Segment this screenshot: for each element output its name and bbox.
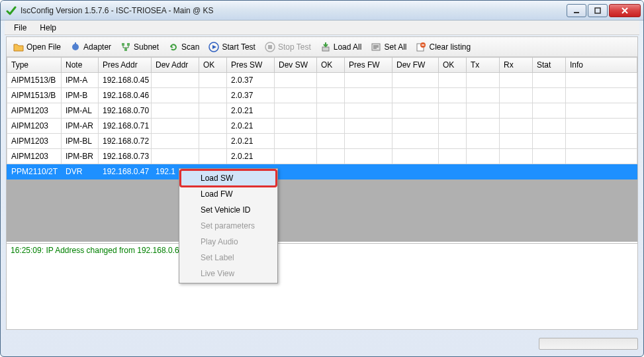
- table-row[interactable]: AIPM1513/BIPM-A192.168.0.452.0.37: [7, 73, 637, 88]
- col-note[interactable]: Note: [62, 58, 99, 73]
- cell-type[interactable]: AIPM1203: [7, 134, 62, 149]
- table-row[interactable]: AIPM1513/BIPM-B192.168.0.462.0.37: [7, 88, 637, 103]
- subnet-button[interactable]: Subnet: [116, 40, 163, 54]
- cell-dev_fw[interactable]: [392, 149, 439, 164]
- cell-tx[interactable]: [467, 119, 500, 134]
- col-pres-sw[interactable]: Pres SW: [227, 58, 275, 73]
- cell-note[interactable]: DVR: [62, 164, 99, 179]
- cell-rx[interactable]: [500, 149, 533, 164]
- ctx-load-fw[interactable]: Load FW: [181, 186, 276, 202]
- cell-ok2[interactable]: [317, 134, 345, 149]
- cell-info[interactable]: [566, 164, 637, 179]
- cell-ok2[interactable]: [317, 73, 345, 88]
- cell-pres_addr[interactable]: 192.168.0.73: [99, 149, 152, 164]
- cell-stat[interactable]: [533, 88, 566, 103]
- cell-type[interactable]: AIPM1513/B: [7, 73, 62, 88]
- cell-pres_sw[interactable]: 2.0.21: [227, 103, 275, 119]
- cell-pres_addr[interactable]: 192.168.0.72: [99, 134, 152, 149]
- col-pres-fw[interactable]: Pres FW: [345, 58, 392, 73]
- cell-pres_sw[interactable]: 2.0.21: [227, 149, 275, 164]
- cell-pres_fw[interactable]: [345, 164, 392, 179]
- cell-pres_fw[interactable]: [345, 149, 392, 164]
- cell-pres_fw[interactable]: [345, 134, 392, 149]
- cell-pres_sw[interactable]: 2.0.21: [227, 134, 275, 149]
- ctx-set-vehicle-id[interactable]: Set Vehicle ID: [181, 202, 276, 218]
- cell-pres_addr[interactable]: 192.168.0.71: [99, 119, 152, 134]
- col-tx[interactable]: Tx: [467, 58, 500, 73]
- stop-test-button[interactable]: Stop Test: [261, 40, 315, 54]
- cell-ok3[interactable]: [439, 73, 467, 88]
- cell-tx[interactable]: [467, 164, 500, 179]
- cell-dev_fw[interactable]: [392, 134, 439, 149]
- cell-ok1[interactable]: [199, 119, 227, 134]
- col-ok3[interactable]: OK: [439, 58, 467, 73]
- cell-dev_sw[interactable]: [275, 134, 317, 149]
- cell-pres_sw[interactable]: 2.0.37: [227, 73, 275, 88]
- cell-type[interactable]: AIPM1203: [7, 149, 62, 164]
- cell-pres_fw[interactable]: [345, 73, 392, 88]
- cell-ok2[interactable]: [317, 164, 345, 179]
- cell-dev_fw[interactable]: [392, 73, 439, 88]
- close-button[interactable]: [609, 4, 641, 17]
- cell-dev_fw[interactable]: [392, 119, 439, 134]
- cell-note[interactable]: IPM-BR: [62, 149, 99, 164]
- cell-ok2[interactable]: [317, 103, 345, 119]
- cell-ok1[interactable]: [199, 73, 227, 88]
- cell-dev_sw[interactable]: [275, 164, 317, 179]
- cell-type[interactable]: AIPM1513/B: [7, 88, 62, 103]
- cell-tx[interactable]: [467, 88, 500, 103]
- cell-info[interactable]: [566, 149, 637, 164]
- cell-ok3[interactable]: [439, 149, 467, 164]
- cell-dev_sw[interactable]: [275, 103, 317, 119]
- adapter-button[interactable]: Adapter: [66, 40, 115, 54]
- cell-ok2[interactable]: [317, 119, 345, 134]
- cell-pres_fw[interactable]: [345, 103, 392, 119]
- col-ok1[interactable]: OK: [199, 58, 227, 73]
- cell-pres_fw[interactable]: [345, 119, 392, 134]
- cell-dev_addr[interactable]: [152, 149, 199, 164]
- cell-info[interactable]: [566, 103, 637, 119]
- cell-rx[interactable]: [500, 73, 533, 88]
- cell-ok3[interactable]: [439, 119, 467, 134]
- col-dev-sw[interactable]: Dev SW: [275, 58, 317, 73]
- col-ok2[interactable]: OK: [317, 58, 345, 73]
- cell-rx[interactable]: [500, 164, 533, 179]
- table-row[interactable]: AIPM1203IPM-AL192.168.0.702.0.21: [7, 103, 637, 119]
- cell-ok2[interactable]: [317, 88, 345, 103]
- ctx-load-sw[interactable]: Load SW: [181, 170, 276, 186]
- minimize-button[interactable]: [567, 4, 586, 17]
- cell-pres_addr[interactable]: 192.168.0.46: [99, 88, 152, 103]
- cell-rx[interactable]: [500, 119, 533, 134]
- cell-tx[interactable]: [467, 73, 500, 88]
- cell-pres_addr[interactable]: 192.168.0.45: [99, 73, 152, 88]
- set-all-button[interactable]: Set All: [367, 40, 410, 54]
- cell-dev_addr[interactable]: [152, 119, 199, 134]
- scan-button[interactable]: Scan: [164, 40, 203, 54]
- col-info[interactable]: Info: [566, 58, 637, 73]
- cell-stat[interactable]: [533, 149, 566, 164]
- cell-tx[interactable]: [467, 134, 500, 149]
- cell-dev_fw[interactable]: [392, 103, 439, 119]
- cell-dev_sw[interactable]: [275, 119, 317, 134]
- col-stat[interactable]: Stat: [533, 58, 566, 73]
- cell-rx[interactable]: [500, 134, 533, 149]
- cell-stat[interactable]: [533, 103, 566, 119]
- cell-ok1[interactable]: [199, 103, 227, 119]
- menu-help[interactable]: Help: [33, 22, 63, 34]
- cell-tx[interactable]: [467, 149, 500, 164]
- device-table[interactable]: Type Note Pres Addr Dev Addr OK Pres SW …: [7, 57, 637, 179]
- col-rx[interactable]: Rx: [500, 58, 533, 73]
- cell-pres_sw[interactable]: 2.0.21: [227, 119, 275, 134]
- cell-ok1[interactable]: [199, 134, 227, 149]
- load-all-button[interactable]: Load All: [316, 40, 366, 54]
- cell-dev_fw[interactable]: [392, 88, 439, 103]
- cell-pres_addr[interactable]: 192.168.0.47: [99, 164, 152, 179]
- cell-dev_addr[interactable]: [152, 73, 199, 88]
- cell-dev_sw[interactable]: [275, 149, 317, 164]
- cell-dev_fw[interactable]: [392, 164, 439, 179]
- cell-note[interactable]: IPM-AL: [62, 103, 99, 119]
- cell-dev_addr[interactable]: [152, 88, 199, 103]
- cell-pres_sw[interactable]: 2.0.37: [227, 88, 275, 103]
- cell-note[interactable]: IPM-A: [62, 73, 99, 88]
- cell-ok2[interactable]: [317, 149, 345, 164]
